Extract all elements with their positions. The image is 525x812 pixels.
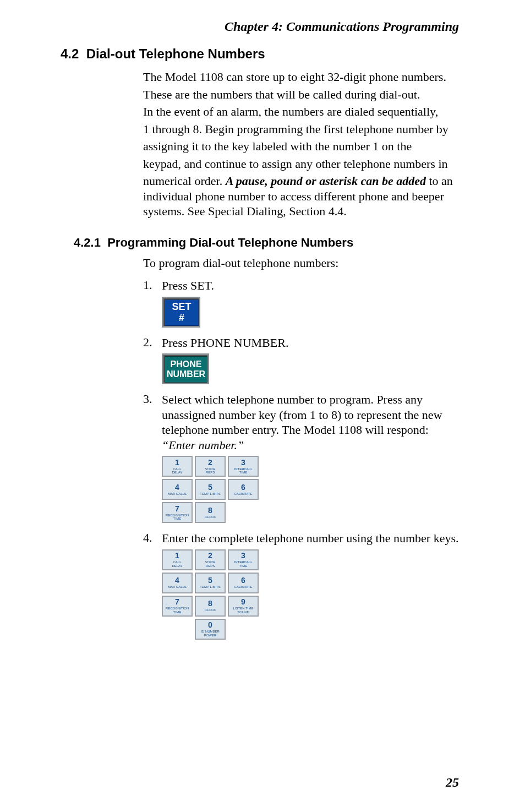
section-4-2-1-heading: 4.2.1 Programming Dial-out Telephone Num…	[74, 236, 459, 250]
body-line: assigning it to the key labeled with the…	[143, 139, 459, 154]
numkey-7-icon: 7RECOGNITIONTIME	[162, 502, 193, 523]
numkey-4-icon: 4MAX CALLS	[162, 479, 193, 500]
numkey-1-icon: 1CALLDELAY	[162, 549, 193, 570]
numkey-3-icon: 3INTERCALLTIME	[228, 456, 259, 477]
numkey-2-icon: 2VOICEREPS	[195, 456, 226, 477]
numkey-9-icon: 9LISTEN TIMESOUND	[228, 596, 259, 617]
step-3-italic: “Enter number.”	[162, 438, 244, 452]
numkey-7-icon: 7RECOGNITIONTIME	[162, 596, 193, 617]
section-4-2-heading: 4.2 Dial-out Telephone Numbers	[61, 46, 459, 62]
chapter-header: Chapter 4: Communications Programming	[61, 19, 459, 34]
step-number: 2.	[143, 335, 162, 351]
step-number: 1.	[143, 278, 162, 293]
set-key-figure: SET #	[162, 297, 459, 328]
step-4: 4. Enter the complete telephone number u…	[143, 531, 459, 546]
step-text: Press SET.	[162, 278, 459, 293]
set-key-line2: #	[179, 313, 184, 324]
numkey-2-icon: 2VOICEREPS	[195, 549, 226, 570]
intro-text: To program dial-out telephone numbers:	[143, 255, 459, 271]
numkey-3-icon: 3INTERCALLTIME	[228, 549, 259, 570]
numkey-0-icon: 0ID NUMBERPOWER	[195, 619, 226, 640]
step-3: 3. Select which telephone number to prog…	[143, 392, 459, 453]
subsection-title: Programming Dial-out Telephone Numbers	[107, 236, 353, 249]
set-key-line1: SET	[172, 302, 191, 313]
body-line: These are the numbers that will be calle…	[143, 87, 459, 102]
step-number: 3.	[143, 392, 162, 453]
step-text: Select which telephone number to program…	[162, 392, 459, 453]
section-4-2-body: The Model 1108 can store up to eight 32-…	[143, 69, 459, 219]
numpad-full-figure: 1CALLDELAY 2VOICEREPS 3INTERCALLTIME 4MA…	[162, 549, 459, 640]
body-line: 1 through 8. Begin programming the first…	[143, 122, 459, 137]
numpad-1-to-8-figure: 1CALLDELAY 2VOICEREPS 3INTERCALLTIME 4MA…	[162, 456, 459, 523]
body-fragment: numerical order.	[143, 174, 226, 188]
numkey-6-icon: 6CALIBRATE	[228, 573, 259, 593]
step-2: 2. Press PHONE NUMBER.	[143, 335, 459, 351]
body-line: The Model 1108 can store up to eight 32-…	[143, 69, 459, 85]
body-line: In the event of an alarm, the numbers ar…	[143, 104, 459, 119]
step-text: Press PHONE NUMBER.	[162, 335, 459, 351]
phone-number-key-icon: PHONE NUMBER	[162, 353, 209, 384]
step-3-text: Select which telephone number to program…	[162, 393, 442, 437]
step-number: 4.	[143, 531, 162, 546]
numkey-5-icon: 5TEMP LIMITS	[195, 479, 226, 500]
subsection-number: 4.2.1	[74, 236, 101, 249]
numkey-8-icon: 8CLOCK	[195, 596, 226, 617]
section-4-2-1-intro: To program dial-out telephone numbers:	[143, 255, 459, 271]
pause-phrase: A pause, pound or asterisk can be added	[226, 174, 426, 188]
phone-key-line2: NUMBER	[167, 369, 205, 379]
set-key-icon: SET #	[162, 297, 200, 328]
section-title: Dial-out Telephone Numbers	[86, 46, 265, 61]
numkey-4-icon: 4MAX CALLS	[162, 573, 193, 593]
numkey-8-icon: 8CLOCK	[195, 502, 226, 523]
page-number: 25	[446, 775, 459, 790]
numkey-5-icon: 5TEMP LIMITS	[195, 573, 226, 593]
numkey-1-icon: 1CALLDELAY	[162, 456, 193, 477]
step-text: Enter the complete telephone number usin…	[162, 531, 459, 546]
numkey-6-icon: 6CALIBRATE	[228, 479, 259, 500]
step-1: 1. Press SET.	[143, 278, 459, 293]
phone-number-key-figure: PHONE NUMBER	[162, 353, 459, 384]
body-line: numerical order. A pause, pound or aster…	[143, 173, 459, 219]
section-number: 4.2	[61, 46, 79, 61]
phone-key-line1: PHONE	[171, 359, 202, 369]
body-line: keypad, and continue to assign any other…	[143, 156, 459, 172]
